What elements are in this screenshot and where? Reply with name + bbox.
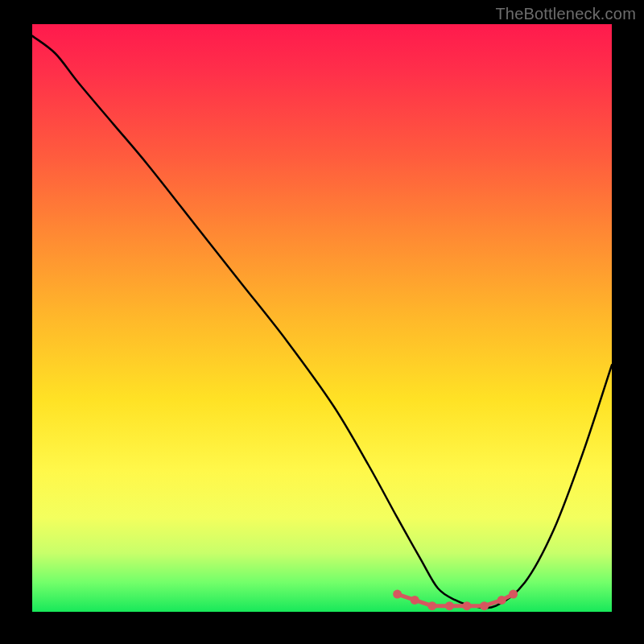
attribution-text: TheBottleneck.com [495,5,636,23]
chart-svg [32,24,612,612]
bottleneck-curve-path [32,36,612,609]
chart-frame: TheBottleneck.com [0,0,644,644]
chart-plot-area [32,24,612,612]
